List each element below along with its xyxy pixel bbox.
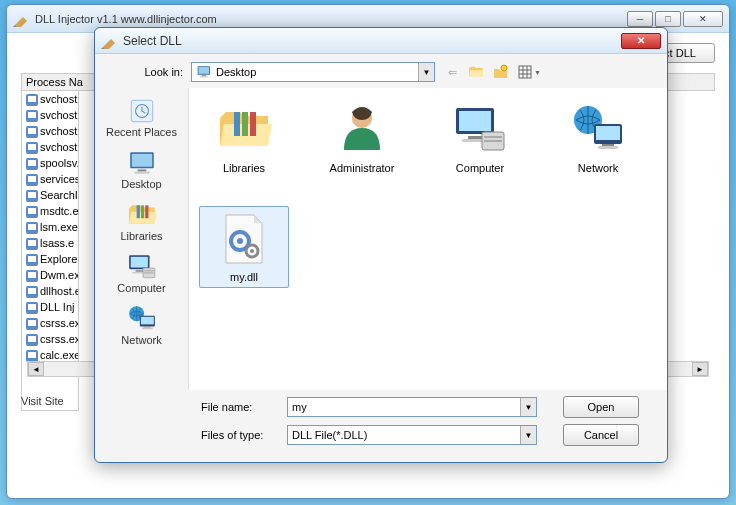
filename-input[interactable]: my ▼ xyxy=(287,397,537,417)
filetype-label: Files of type: xyxy=(201,429,279,441)
scroll-right-arrow[interactable]: ► xyxy=(692,362,708,376)
file-item-administrator[interactable]: Administrator xyxy=(317,98,407,178)
place-label: Desktop xyxy=(121,178,161,190)
process-icon xyxy=(24,156,38,170)
places-item-recent-places[interactable]: Recent Places xyxy=(97,92,187,144)
file-item-network[interactable]: Network xyxy=(553,98,643,178)
process-icon xyxy=(24,284,38,298)
place-label: Recent Places xyxy=(106,126,177,138)
process-name: msdtc.e xyxy=(40,205,78,217)
place-label: Computer xyxy=(117,282,165,294)
scroll-left-arrow[interactable]: ◄ xyxy=(28,362,44,376)
process-icon xyxy=(24,124,38,138)
process-item[interactable]: DLL Inj xyxy=(22,299,78,315)
process-name: csrss.ex xyxy=(40,333,78,345)
process-name: svchost xyxy=(40,125,77,137)
place-icon xyxy=(124,252,160,282)
process-icon xyxy=(24,300,38,314)
place-icon xyxy=(124,96,160,126)
network-icon xyxy=(570,102,626,158)
back-button[interactable]: ⇐ xyxy=(443,63,461,81)
process-item[interactable]: csrss.ex xyxy=(22,315,78,331)
places-item-desktop[interactable]: Desktop xyxy=(97,144,187,196)
file-item-label: Administrator xyxy=(330,162,395,174)
file-item-libraries[interactable]: Libraries xyxy=(199,98,289,178)
process-icon xyxy=(24,268,38,282)
process-icon xyxy=(24,220,38,234)
process-item[interactable]: SearchI xyxy=(22,187,78,203)
visit-site-link[interactable]: Visit Site xyxy=(21,395,64,407)
dialog-titlebar[interactable]: Select DLL ✕ xyxy=(95,28,667,54)
process-item[interactable]: dllhost.e xyxy=(22,283,78,299)
process-item[interactable]: Dwm.ex xyxy=(22,267,78,283)
process-item[interactable]: msdtc.e xyxy=(22,203,78,219)
process-item[interactable]: spoolsv. xyxy=(22,155,78,171)
file-item-label: Computer xyxy=(456,162,504,174)
process-item[interactable]: Explore xyxy=(22,251,78,267)
filetype-dropdown[interactable]: DLL File(*.DLL) ▼ xyxy=(287,425,537,445)
process-item[interactable]: svchost xyxy=(22,123,78,139)
file-item-label: Network xyxy=(578,162,618,174)
process-item[interactable]: lsass.e xyxy=(22,235,78,251)
view-menu-button[interactable]: ▼ xyxy=(515,63,543,81)
process-icon xyxy=(24,108,38,122)
process-item[interactable]: csrss.ex xyxy=(22,331,78,347)
maximize-button[interactable]: □ xyxy=(655,11,681,27)
process-name: calc.exe xyxy=(40,349,78,361)
process-icon xyxy=(24,92,38,106)
process-name: svchost xyxy=(40,141,77,153)
desktop-icon xyxy=(196,64,212,80)
process-name: Explore xyxy=(40,253,77,265)
svg-rect-30 xyxy=(519,66,531,78)
process-item[interactable]: services xyxy=(22,171,78,187)
process-item[interactable]: svchost xyxy=(22,139,78,155)
computer-icon xyxy=(452,102,508,158)
process-name: svchost xyxy=(40,109,77,121)
process-item[interactable]: lsm.exe xyxy=(22,219,78,235)
process-name: lsass.e xyxy=(40,237,74,249)
process-icon xyxy=(24,140,38,154)
process-name: SearchI xyxy=(40,189,78,201)
dropdown-arrow-icon: ▼ xyxy=(418,63,434,81)
process-name: Dwm.ex xyxy=(40,269,78,281)
file-item-label: Libraries xyxy=(223,162,265,174)
process-name: dllhost.e xyxy=(40,285,78,297)
process-name: svchost xyxy=(40,93,77,105)
dialog-icon xyxy=(101,33,117,49)
up-one-level-button[interactable] xyxy=(467,63,485,81)
lookin-value: Desktop xyxy=(216,66,256,78)
lookin-dropdown[interactable]: Desktop ▼ xyxy=(191,62,435,82)
place-label: Network xyxy=(121,334,161,346)
dropdown-arrow-icon[interactable]: ▼ xyxy=(520,426,536,444)
process-name: lsm.exe xyxy=(40,221,78,233)
file-item-my-dll[interactable]: my.dll xyxy=(199,206,289,288)
process-icon xyxy=(24,316,38,330)
new-folder-button[interactable] xyxy=(491,63,509,81)
process-icon xyxy=(24,188,38,202)
app-icon xyxy=(13,11,29,27)
process-item[interactable]: svchost xyxy=(22,107,78,123)
cancel-button[interactable]: Cancel xyxy=(563,424,639,446)
dialog-close-button[interactable]: ✕ xyxy=(621,33,661,49)
process-name: csrss.ex xyxy=(40,317,78,329)
dropdown-arrow-icon[interactable]: ▼ xyxy=(520,398,536,416)
open-button[interactable]: Open xyxy=(563,396,639,418)
file-item-computer[interactable]: Computer xyxy=(435,98,525,178)
close-button[interactable]: ✕ xyxy=(683,11,723,27)
process-icon xyxy=(24,252,38,266)
places-item-libraries[interactable]: Libraries xyxy=(97,196,187,248)
minimize-button[interactable]: ─ xyxy=(627,11,653,27)
places-item-network[interactable]: Network xyxy=(97,300,187,352)
process-name: services xyxy=(40,173,78,185)
place-label: Libraries xyxy=(120,230,162,242)
libraries-icon xyxy=(216,102,272,158)
filename-value: my xyxy=(292,401,307,413)
main-title: DLL Injector v1.1 www.dllinjector.com xyxy=(35,13,627,25)
file-list-area[interactable]: LibrariesAdministratorComputerNetworkmy.… xyxy=(189,88,667,390)
dialog-title: Select DLL xyxy=(123,34,621,48)
process-name: DLL Inj xyxy=(40,301,74,313)
places-item-computer[interactable]: Computer xyxy=(97,248,187,300)
process-icon xyxy=(24,236,38,250)
svg-point-29 xyxy=(501,65,507,71)
process-item[interactable]: svchost xyxy=(22,91,78,107)
